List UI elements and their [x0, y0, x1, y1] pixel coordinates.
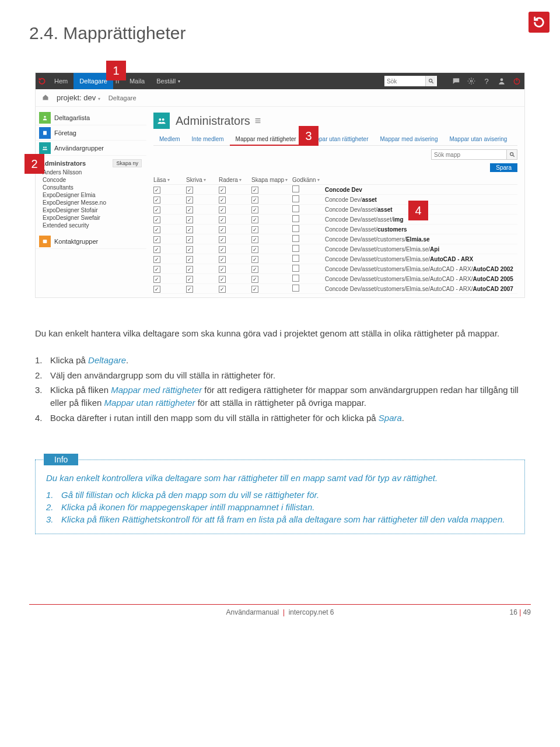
sidebar-group-item[interactable]: Anders Nilsson	[40, 169, 142, 176]
checkbox[interactable]: ✓	[186, 197, 193, 204]
checkbox[interactable]: ✓	[251, 246, 258, 253]
tab-2[interactable]: Mappar med rättigheter	[230, 134, 302, 146]
checkbox[interactable]: ✓	[153, 276, 160, 283]
checkbox[interactable]: ✓	[219, 236, 226, 243]
checkbox[interactable]: ✓	[153, 256, 160, 263]
help-icon[interactable]: ?	[479, 73, 494, 89]
perm-col-head[interactable]: Skapa mapp▾	[251, 177, 292, 183]
perm-col-head[interactable]: Godkänn▾	[292, 177, 325, 183]
tab-1[interactable]: Inte medlem	[186, 134, 230, 145]
checkbox[interactable]: ✓	[251, 226, 258, 233]
sidebar-item-foretag[interactable]: Företag	[36, 125, 146, 141]
checkbox[interactable]: ✓	[219, 226, 226, 233]
sidebar-group-item[interactable]: ExpoDesigner Swefair	[40, 214, 142, 222]
global-search-input[interactable]	[384, 78, 425, 85]
checkbox[interactable]	[292, 215, 299, 222]
checkbox[interactable]: ✓	[186, 266, 193, 273]
checkbox[interactable]	[292, 195, 299, 202]
checkbox[interactable]: ✓	[153, 216, 160, 223]
checkbox[interactable]: ✓	[219, 276, 226, 283]
folder-search-button[interactable]	[507, 149, 517, 160]
sidebar-item-anvandargrupper[interactable]: Användargrupper	[36, 141, 146, 156]
nav-maila[interactable]: Maila	[124, 73, 150, 89]
checkbox[interactable]: ✓	[186, 246, 193, 253]
folder-path: Concode Dev/asset/customers/Elmia.se/Aut…	[325, 276, 517, 282]
nav-bestall[interactable]: Beställ▾	[150, 73, 186, 89]
checkbox[interactable]: ✓	[251, 276, 258, 283]
checkbox[interactable]	[292, 275, 299, 282]
checkbox[interactable]: ✓	[153, 236, 160, 243]
checkbox[interactable]	[292, 225, 299, 232]
global-search-button[interactable]	[425, 76, 436, 86]
checkbox[interactable]: ✓	[251, 236, 258, 243]
checkbox[interactable]: ✓	[219, 246, 226, 253]
sidebar-group-item[interactable]: ExpoDesigner Elmia	[40, 191, 142, 199]
checkbox[interactable]	[292, 255, 299, 262]
checkbox[interactable]: ✓	[251, 206, 258, 213]
checkbox[interactable]	[292, 285, 299, 292]
sidebar-group-item[interactable]: Concode	[40, 176, 142, 184]
checkbox[interactable]: ✓	[186, 236, 193, 243]
checkbox[interactable]: ✓	[219, 286, 226, 293]
checkbox[interactable]: ✓	[219, 187, 226, 194]
checkbox[interactable]: ✓	[219, 197, 226, 204]
perm-col-head[interactable]: Läsa▾	[153, 177, 186, 183]
tab-5[interactable]: Mappar utan avisering	[443, 134, 513, 145]
checkbox[interactable]	[292, 205, 299, 212]
checkbox[interactable]: ✓	[219, 216, 226, 223]
checkbox[interactable]: ✓	[186, 286, 193, 293]
checkbox[interactable]	[292, 235, 299, 242]
checkbox[interactable]: ✓	[251, 216, 258, 223]
menu-icon[interactable]: ≡	[255, 115, 261, 127]
checkbox[interactable]: ✓	[219, 256, 226, 263]
checkbox[interactable]: ✓	[186, 276, 193, 283]
checkbox[interactable]	[292, 265, 299, 272]
project-label[interactable]: projekt: dev ▾	[57, 93, 100, 102]
group-admin-head[interactable]: Administrators	[40, 160, 86, 167]
sidebar-group-item[interactable]: ExpoDesigner Stofair	[40, 206, 142, 214]
nav-hem[interactable]: Hem	[48, 73, 74, 89]
checkbox[interactable]: ✓	[219, 266, 226, 273]
checkbox[interactable]: ✓	[153, 187, 160, 194]
checkbox[interactable]: ✓	[251, 187, 258, 194]
perm-col-head[interactable]: Radera▾	[219, 177, 251, 183]
checkbox[interactable]: ✓	[186, 226, 193, 233]
checkbox[interactable]: ✓	[251, 197, 258, 204]
save-button[interactable]: Spara	[490, 163, 517, 172]
checkbox[interactable]: ✓	[153, 286, 160, 293]
checkbox[interactable]: ✓	[251, 256, 258, 263]
checkbox[interactable]: ✓	[153, 246, 160, 253]
global-search[interactable]	[384, 76, 437, 86]
power-icon[interactable]	[509, 73, 524, 89]
main-panel: Administrators ≡ MedlemInte medlemMappar…	[146, 107, 524, 297]
sidebar-item-kontaktgrupper[interactable]: Kontaktgrupper	[36, 234, 146, 249]
checkbox[interactable]: ✓	[153, 226, 160, 233]
checkbox[interactable]: ✓	[186, 216, 193, 223]
checkbox[interactable]: ✓	[251, 266, 258, 273]
tab-4[interactable]: Mappar med avisering	[374, 134, 444, 145]
chat-icon[interactable]	[449, 73, 464, 89]
checkbox[interactable]: ✓	[186, 187, 193, 194]
checkbox[interactable]	[292, 185, 299, 192]
callout-3: 3	[299, 126, 318, 146]
tab-0[interactable]: Medlem	[153, 134, 186, 145]
sidebar-item-deltagarlista[interactable]: Deltagarlista	[36, 110, 146, 125]
checkbox[interactable]: ✓	[153, 266, 160, 273]
create-group-button[interactable]: Skapa ny	[113, 159, 142, 167]
home-icon[interactable]	[40, 94, 51, 102]
checkbox[interactable]	[292, 245, 299, 252]
checkbox[interactable]: ✓	[251, 286, 258, 293]
user-icon[interactable]	[494, 73, 509, 89]
gear-icon[interactable]	[464, 73, 479, 89]
folder-path: Concode Dev/asset/customers	[325, 226, 517, 233]
checkbox[interactable]: ✓	[153, 206, 160, 213]
sidebar-group-item[interactable]: ExpoDesigner Messe.no	[40, 199, 142, 206]
checkbox[interactable]: ✓	[186, 206, 193, 213]
checkbox[interactable]: ✓	[219, 206, 226, 213]
sidebar-group-item[interactable]: Extended security	[40, 222, 142, 229]
checkbox[interactable]: ✓	[153, 197, 160, 204]
sidebar-group-item[interactable]: Consultants	[40, 184, 142, 191]
checkbox[interactable]: ✓	[186, 256, 193, 263]
folder-search-input[interactable]	[431, 149, 507, 160]
perm-col-head[interactable]: Skriva▾	[186, 177, 219, 183]
